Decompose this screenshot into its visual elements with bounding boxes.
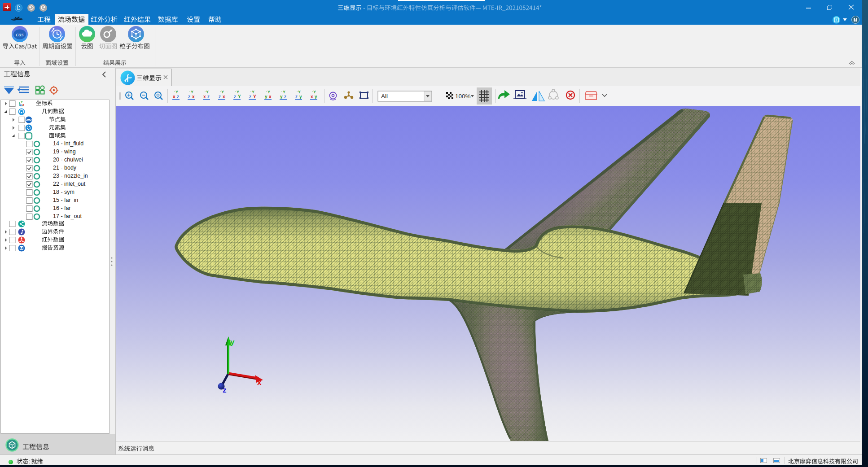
svg-text:Y: Y xyxy=(238,94,241,99)
svg-text:z: z xyxy=(188,94,190,99)
svg-text:x: x xyxy=(192,94,195,99)
svg-text:y: y xyxy=(280,94,283,99)
svg-text:z: z xyxy=(20,103,22,106)
svg-text:x: x xyxy=(173,94,175,99)
svg-text:z: z xyxy=(223,386,227,394)
svg-text:Y: Y xyxy=(283,90,285,94)
svg-text:Y: Y xyxy=(237,90,239,94)
svg-text:Y: Y xyxy=(252,90,254,94)
svg-text:Y: Y xyxy=(253,94,256,99)
svg-text:z: z xyxy=(207,94,210,99)
svg-text:y: y xyxy=(299,94,302,99)
svg-text:z: z xyxy=(234,94,236,99)
svg-text:Y: Y xyxy=(191,90,193,94)
svg-text:Y: Y xyxy=(298,90,301,94)
svg-text:x: x xyxy=(223,94,225,99)
svg-text:z: z xyxy=(295,94,298,99)
svg-text:z: z xyxy=(284,94,286,99)
svg-text:x: x xyxy=(269,94,272,99)
svg-text:cas: cas xyxy=(16,31,23,38)
svg-text:100%: 100% xyxy=(455,93,471,100)
svg-text:Y: Y xyxy=(206,90,209,94)
svg-text:Y: Y xyxy=(267,90,270,94)
svg-text:x: x xyxy=(22,103,24,106)
svg-text:Y: Y xyxy=(313,90,316,94)
svg-text:x: x xyxy=(203,94,206,99)
svg-text:y: y xyxy=(315,94,317,99)
svg-text:All: All xyxy=(381,93,388,100)
svg-text:Y: Y xyxy=(221,90,224,94)
svg-text:x: x xyxy=(311,94,313,99)
svg-text:z: z xyxy=(249,94,251,99)
svg-text:x: x xyxy=(257,378,262,387)
svg-text:z: z xyxy=(177,94,179,99)
svg-text:z: z xyxy=(219,94,221,99)
svg-text:y: y xyxy=(230,338,235,346)
svg-text:y: y xyxy=(265,94,267,99)
svg-text:Y: Y xyxy=(175,90,178,94)
